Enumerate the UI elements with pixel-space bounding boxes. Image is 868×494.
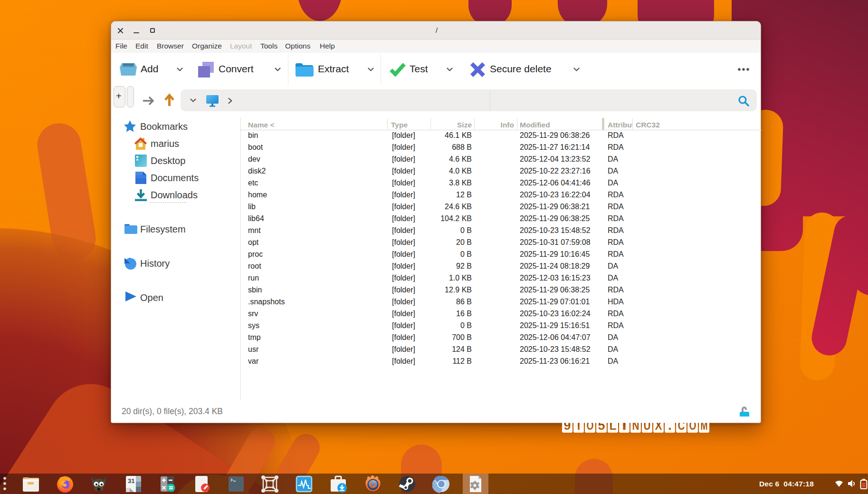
svg-text:31: 31 bbox=[128, 477, 134, 484]
